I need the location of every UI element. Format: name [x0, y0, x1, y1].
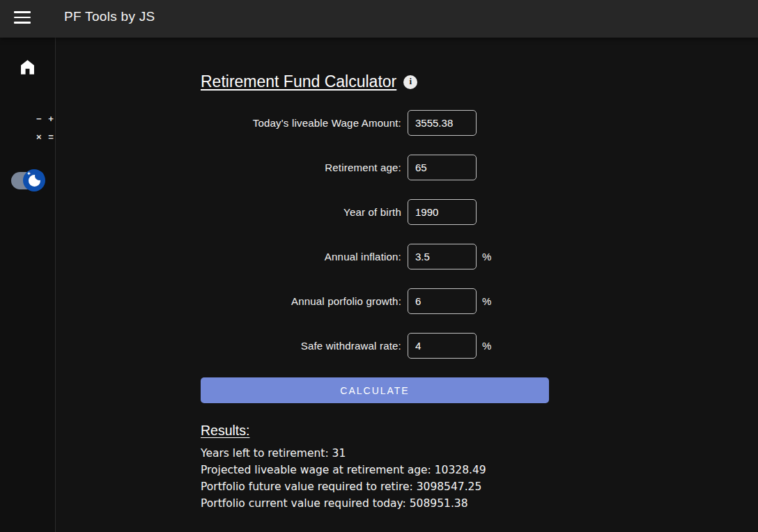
retirement-age-label: Retirement age: — [201, 162, 401, 173]
result-line: Portfolio future value required to retir… — [201, 478, 549, 495]
sidebar-item-calculator[interactable]: − + × = — [0, 105, 56, 150]
main-content: Retirement Fund Calculator i Today's liv… — [56, 38, 758, 532]
annual-inflation-input[interactable] — [408, 244, 477, 269]
results-block: Years left to retirement: 31 Projected l… — [201, 445, 549, 512]
calculator-form: Today's liveable Wage Amount: Retirement… — [201, 110, 549, 403]
theme-toggle[interactable]: ✦ — [10, 169, 45, 191]
wage-amount-label: Today's liveable Wage Amount: — [201, 117, 401, 129]
app-title: PF Tools by JS — [64, 9, 155, 24]
app-header: PF Tools by JS — [0, 0, 758, 38]
form-row: Annual inflation: % — [201, 244, 549, 269]
year-of-birth-label: Year of birth — [201, 206, 401, 218]
safe-withdrawal-rate-label: Safe withdrawal rate: — [201, 340, 401, 352]
home-icon — [18, 58, 37, 79]
percent-suffix: % — [482, 340, 491, 352]
form-row: Retirement age: — [201, 155, 549, 180]
form-row: Year of birth — [201, 199, 549, 225]
sidebar: − + × = ✦ — [0, 38, 56, 532]
portfolio-growth-label: Annual porfolio growth: — [201, 295, 401, 307]
calculate-button[interactable]: CALCULATE — [201, 377, 549, 403]
sidebar-item-home[interactable] — [18, 58, 37, 79]
safe-withdrawal-rate-input[interactable] — [408, 333, 477, 359]
form-row: Safe withdrawal rate: % — [201, 333, 549, 359]
wage-amount-input[interactable] — [408, 110, 477, 136]
retirement-age-input[interactable] — [408, 155, 477, 180]
portfolio-growth-input[interactable] — [408, 288, 477, 314]
annual-inflation-label: Annual inflation: — [201, 251, 401, 263]
moon-icon: ✦ — [23, 169, 45, 191]
calculator-icon: − + × = — [0, 105, 56, 150]
percent-suffix: % — [482, 295, 491, 307]
year-of-birth-input[interactable] — [408, 199, 477, 225]
hamburger-menu-icon[interactable] — [14, 11, 31, 24]
info-icon[interactable]: i — [403, 75, 417, 89]
result-line: Portfolio current value required today: … — [201, 495, 549, 512]
form-row: Annual porfolio growth: % — [201, 288, 549, 314]
page-title: Retirement Fund Calculator — [201, 72, 396, 91]
percent-suffix: % — [482, 251, 491, 263]
results-title: Results: — [201, 423, 249, 439]
form-row: Today's liveable Wage Amount: — [201, 110, 549, 136]
result-line: Years left to retirement: 31 — [201, 445, 549, 462]
result-line: Projected liveable wage at retirement ag… — [201, 462, 549, 478]
